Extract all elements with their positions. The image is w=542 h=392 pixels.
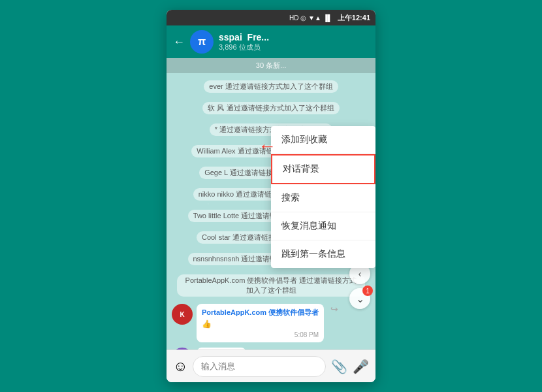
message-row-1: K PortableAppK.com 便携软件倡导者 👍 5:08 PM ↪ bbox=[172, 304, 370, 342]
status-icons: HD ◎ ▼▲ ▐▌ bbox=[289, 14, 332, 22]
header-info: sspai Fre... 3,896 位成员 bbox=[219, 32, 369, 52]
menu-item-chat-background[interactable]: 对话背景 bbox=[271, 154, 375, 184]
attach-button[interactable]: 📎 bbox=[331, 359, 347, 374]
msg-row-wrapper-2: 雷 公虫 …………… 5:09 PM bbox=[197, 348, 246, 350]
dropdown-menu: 添加到收藏 对话背景 搜索 恢复消息通知 跳到第一条信息 bbox=[271, 126, 375, 268]
msg-row-wrapper-1: PortableAppK.com 便携软件倡导者 👍 5:08 PM bbox=[197, 304, 324, 342]
menu-item-search[interactable]: 搜索 bbox=[271, 184, 375, 212]
chat-header: ← π sspai Fre... 3,896 位成员 bbox=[167, 25, 375, 58]
header-sub: 3,896 位成员 bbox=[219, 42, 369, 52]
forward-icon-2[interactable]: ↪ bbox=[253, 348, 261, 350]
forward-icon-1[interactable]: ↪ bbox=[330, 304, 338, 314]
chat-area: 30 条新... ever 通过邀请链接方式加入了这个群组 软 风 通过邀请链接… bbox=[167, 58, 375, 350]
header-avatar: π bbox=[190, 30, 214, 54]
sys-msg-ever: ever 通过邀请链接方式加入了这个群组 bbox=[167, 78, 375, 95]
sys-msg-portable: PortableAppK.com 便携软件倡导者 通过邀请链接方式加入了这个群组 bbox=[167, 272, 375, 299]
input-bar: ☺ 📎 🎤 bbox=[167, 350, 375, 382]
message-input[interactable] bbox=[193, 356, 326, 377]
menu-item-jump-first[interactable]: 跳到第一条信息 bbox=[271, 240, 375, 268]
status-bar: HD ◎ ▼▲ ▐▌ 上午12:41 bbox=[167, 10, 375, 25]
msg-bubble-1: PortableAppK.com 便携软件倡导者 👍 5:08 PM bbox=[197, 304, 324, 342]
avatar-portable: K bbox=[172, 304, 193, 325]
avatar-lei-1: 雷 bbox=[172, 348, 193, 350]
phone-container: HD ◎ ▼▲ ▐▌ 上午12:41 ← π sspai Fre... 3,89… bbox=[167, 10, 375, 382]
mic-button[interactable]: 🎤 bbox=[353, 359, 369, 374]
red-arrow-annotation: ← bbox=[258, 136, 276, 157]
notification-bar: 30 条新... bbox=[167, 58, 375, 73]
msg-bubble-2: 雷 公虫 …………… 5:09 PM bbox=[197, 348, 246, 350]
sys-msg-feng: 软 风 通过邀请链接方式加入了这个群组 bbox=[167, 99, 375, 117]
emoji-button[interactable]: ☺ bbox=[173, 358, 187, 375]
header-name: sspai Fre... bbox=[219, 32, 369, 42]
status-time: 上午12:41 bbox=[338, 13, 370, 23]
scroll-down-wrapper: ⌄ 1 bbox=[349, 288, 370, 309]
unread-badge: 1 bbox=[362, 286, 373, 296]
message-row-2: 雷 雷 公虫 …………… 5:09 PM ↪ bbox=[172, 348, 370, 350]
menu-item-add-favorite[interactable]: 添加到收藏 bbox=[271, 126, 375, 154]
back-button[interactable]: ← bbox=[173, 35, 185, 49]
menu-item-restore-notify[interactable]: 恢复消息通知 bbox=[271, 212, 375, 240]
